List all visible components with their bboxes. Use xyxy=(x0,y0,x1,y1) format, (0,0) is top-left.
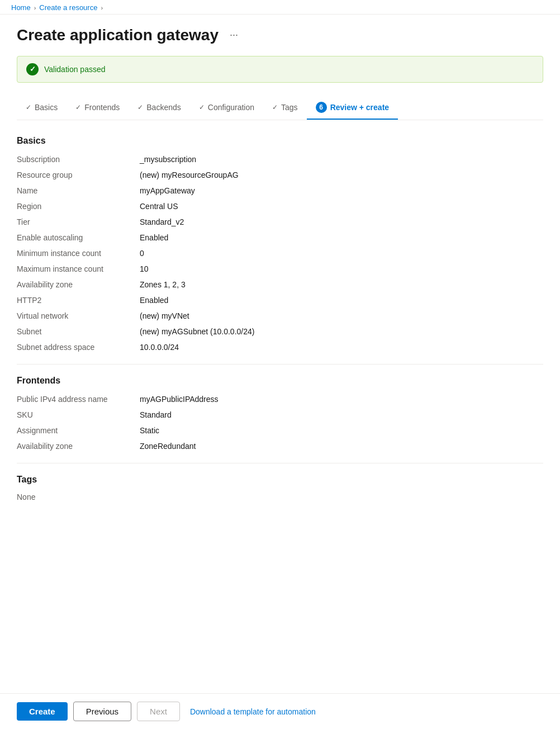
label-public-ip: Public IPv4 address name xyxy=(17,394,140,405)
label-subscription: Subscription xyxy=(17,154,140,165)
tab-frontends[interactable]: ✓ Frontends xyxy=(67,97,129,119)
tags-section: Tags None xyxy=(17,475,543,501)
tab-configuration[interactable]: ✓ Configuration xyxy=(190,97,263,119)
label-tier: Tier xyxy=(17,216,140,228)
frontends-section-title: Frontends xyxy=(17,376,543,386)
label-subnet-space: Subnet address space xyxy=(17,342,140,353)
label-resource-group: Resource group xyxy=(17,169,140,181)
label-avail-zone: Availability zone xyxy=(17,279,140,290)
tab-frontends-label: Frontends xyxy=(84,103,120,112)
breadcrumb-sep-1: › xyxy=(34,4,36,11)
value-name: myAppGateway xyxy=(140,185,543,196)
divider-basics-frontends xyxy=(17,364,543,365)
basics-info-grid: Subscription _mysubscription Resource gr… xyxy=(17,154,543,353)
label-min-count: Minimum instance count xyxy=(17,248,140,259)
tab-basics-label: Basics xyxy=(35,103,58,112)
bottom-bar: Create Previous Next Download a template… xyxy=(0,693,560,729)
value-assignment: Static xyxy=(140,425,543,436)
value-subnet-space: 10.0.0.0/24 xyxy=(140,342,543,353)
tags-section-title: Tags xyxy=(17,475,543,485)
value-vnet: (new) myVNet xyxy=(140,310,543,321)
label-http2: HTTP2 xyxy=(17,295,140,306)
label-frontend-avail-zone: Availability zone xyxy=(17,441,140,452)
value-sku: Standard xyxy=(140,409,543,420)
value-resource-group: (new) myResourceGroupAG xyxy=(140,169,543,181)
value-region: Central US xyxy=(140,201,543,212)
value-max-count: 10 xyxy=(140,263,543,274)
next-button: Next xyxy=(137,702,180,721)
tab-basics[interactable]: ✓ Basics xyxy=(17,97,67,119)
tab-tags[interactable]: ✓ Tags xyxy=(263,97,307,119)
validation-check-icon xyxy=(26,63,39,75)
tab-configuration-label: Configuration xyxy=(208,103,254,112)
download-template-link[interactable]: Download a template for automation xyxy=(190,707,316,716)
tab-frontends-check: ✓ xyxy=(75,103,81,111)
validation-banner: Validation passed xyxy=(17,56,543,83)
frontends-section: Frontends Public IPv4 address name myAGP… xyxy=(17,376,543,452)
value-http2: Enabled xyxy=(140,295,543,306)
tab-basics-check: ✓ xyxy=(26,103,31,111)
value-subscription: _mysubscription xyxy=(140,154,543,165)
value-public-ip: myAGPublicIPAddress xyxy=(140,394,543,405)
tab-backends-check: ✓ xyxy=(137,103,143,111)
create-button[interactable]: Create xyxy=(17,702,68,721)
main-container: Create application gateway ··· Validatio… xyxy=(0,15,560,557)
breadcrumb-sep-2: › xyxy=(101,4,103,11)
tab-configuration-check: ✓ xyxy=(199,103,205,111)
page-title-row: Create application gateway ··· xyxy=(17,26,543,45)
label-autoscaling: Enable autoscaling xyxy=(17,232,140,243)
breadcrumb-home[interactable]: Home xyxy=(11,3,31,12)
tab-backends[interactable]: ✓ Backends xyxy=(129,97,189,119)
validation-text: Validation passed xyxy=(44,65,105,74)
frontends-info-grid: Public IPv4 address name myAGPublicIPAdd… xyxy=(17,394,543,452)
label-name: Name xyxy=(17,185,140,196)
label-subnet: Subnet xyxy=(17,326,140,337)
divider-frontends-tags xyxy=(17,463,543,463)
label-assignment: Assignment xyxy=(17,425,140,436)
value-subnet: (new) myAGSubnet (10.0.0.0/24) xyxy=(140,326,543,337)
value-frontend-avail-zone: ZoneRedundant xyxy=(140,441,543,452)
tags-none-label: None xyxy=(17,491,35,503)
tab-tags-label: Tags xyxy=(281,103,298,112)
label-vnet: Virtual network xyxy=(17,310,140,321)
tabs-row: ✓ Basics ✓ Frontends ✓ Backends ✓ Config… xyxy=(17,96,543,120)
label-region: Region xyxy=(17,201,140,212)
previous-button[interactable]: Previous xyxy=(73,702,131,721)
breadcrumb: Home › Create a resource › xyxy=(11,3,549,12)
basics-section-title: Basics xyxy=(17,136,543,146)
tab-backends-label: Backends xyxy=(146,103,181,112)
label-max-count: Maximum instance count xyxy=(17,263,140,274)
tab-review-create-label: Review + create xyxy=(330,103,389,112)
page-title: Create application gateway xyxy=(17,26,219,45)
basics-section: Basics Subscription _mysubscription Reso… xyxy=(17,136,543,353)
more-options-button[interactable]: ··· xyxy=(225,27,243,43)
tab-review-create[interactable]: 6 Review + create xyxy=(307,96,398,120)
value-avail-zone: Zones 1, 2, 3 xyxy=(140,279,543,290)
breadcrumb-create-resource[interactable]: Create a resource xyxy=(39,3,97,12)
value-tier: Standard_v2 xyxy=(140,216,543,228)
value-autoscaling: Enabled xyxy=(140,232,543,243)
label-sku: SKU xyxy=(17,409,140,420)
content-area: Basics Subscription _mysubscription Reso… xyxy=(17,136,543,546)
tab-review-create-badge: 6 xyxy=(316,102,327,113)
tab-tags-check: ✓ xyxy=(272,103,278,111)
value-min-count: 0 xyxy=(140,248,543,259)
tags-none: None xyxy=(17,493,543,501)
top-bar: Home › Create a resource › xyxy=(0,0,560,15)
